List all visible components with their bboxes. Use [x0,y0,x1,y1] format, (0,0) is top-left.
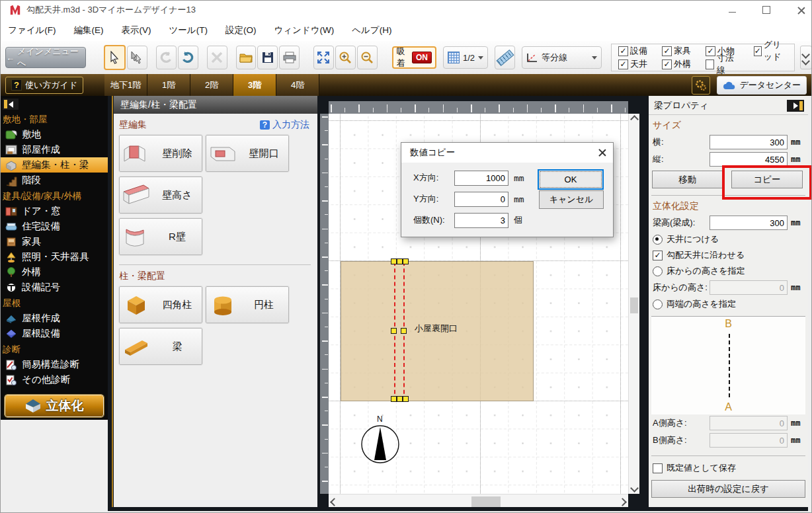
length-input[interactable] [710,152,788,167]
width-input[interactable] [710,135,788,149]
zoom-in-button[interactable] [335,46,356,69]
layer-checkbox-寸法線[interactable]: 寸法線 [706,52,739,76]
main-menu-button[interactable]: ← メインメニューへ [5,47,86,68]
select-tool-button[interactable] [104,45,126,70]
fit-view-button[interactable] [313,46,334,69]
option-勾配天井に沿わせる[interactable]: ✓勾配天井に沿わせる [649,247,808,263]
sidebar-item-住宅設備[interactable]: 住宅設備 [0,219,108,234]
sidebar-item-照明・天井器具[interactable]: 照明・天井器具 [0,249,108,264]
tool-button-四角柱[interactable]: 四角柱 [119,286,202,323]
sidebar-item-家具[interactable]: 家具 [0,234,108,249]
save-default-option[interactable]: 既定値として保存 [649,460,808,476]
toolbar-more-button[interactable] [800,46,812,69]
menu-設定(O)[interactable]: 設定(O) [225,24,257,36]
selection-handle[interactable] [397,258,403,264]
render-3d-button[interactable]: 立体化 [5,395,104,417]
sidebar-item-その他診断[interactable]: その他診断 [0,372,108,387]
dialog-field-input[interactable] [454,171,508,186]
close-button[interactable] [797,6,805,15]
floor-tab-1階[interactable]: 1階 [147,74,190,96]
grid-scale-dropdown[interactable]: 1/2 [443,46,488,69]
ok-button[interactable]: OK [538,169,604,190]
tool-button-壁削除[interactable]: 壁削除 [119,135,202,172]
sidebar-item-簡易構造診断[interactable]: 簡易構造診断 [0,357,108,372]
square-column-icon [120,292,153,318]
floor-bar: ? 使い方ガイド 地下1階1階2階3階4階 データセンター [0,74,812,96]
scroll-down-arrow[interactable] [629,483,640,494]
zoom-out-button[interactable] [357,46,378,69]
menu-ツール(T)[interactable]: ツール(T) [169,24,208,36]
floor-tab-3階[interactable]: 3階 [233,74,276,96]
dialog-field-input[interactable] [454,192,508,207]
data-center-button[interactable]: データセンター [717,76,807,95]
minimize-button[interactable] [729,7,736,13]
beam-height-input[interactable] [710,216,788,230]
sidebar-item-設備記号[interactable]: 設備記号 [0,280,108,295]
floor-tab-4階[interactable]: 4階 [276,74,319,96]
selection-handle[interactable] [391,258,397,264]
panel-expand-button[interactable] [787,100,804,112]
dialog-close-icon[interactable] [597,147,608,158]
vertical-scrollbar[interactable] [628,114,639,494]
layer-checkbox-設備[interactable]: ✓設備 [618,45,647,57]
redo-button[interactable] [178,46,198,69]
selection-handle[interactable] [397,396,403,402]
selection-handle[interactable] [401,328,407,334]
tool-button-梁[interactable]: 梁 [119,328,202,365]
selection-handle[interactable] [403,258,409,264]
reset-defaults-button[interactable]: 出荷時の設定に戻す [651,480,805,498]
save-button[interactable] [257,46,278,69]
layer-checkbox-天井[interactable]: ✓天井 [618,58,647,70]
sidebar-item-屋根作成[interactable]: 屋根作成 [0,311,108,326]
open-file-button[interactable] [236,46,257,69]
undo-button[interactable] [156,46,177,69]
floor-tab-地下1階[interactable]: 地下1階 [104,74,147,96]
menu-ウィンドウ(W)[interactable]: ウィンドウ(W) [274,24,334,36]
usage-guide-button[interactable]: ? 使い方ガイド [5,77,83,94]
maximize-button[interactable] [762,6,770,14]
selection-handle[interactable] [391,328,397,334]
horizontal-scrollbar[interactable] [329,494,628,508]
tool-button-R壁[interactable]: R壁 [119,218,202,255]
sidebar-item-外構[interactable]: 外構 [0,264,108,280]
north-compass: N [360,413,400,466]
horizontal-scroll-thumb[interactable] [471,496,501,507]
delete-button[interactable] [207,46,227,69]
layer-checkbox-グリッド[interactable]: ✓グリッド [754,39,788,63]
bisector-dropdown[interactable]: 等分線 [522,46,602,69]
scroll-up-arrow[interactable] [629,114,640,125]
sidebar-item-屋根設備[interactable]: 屋根設備 [0,326,108,341]
print-button[interactable] [279,46,300,69]
tool-button-壁開口[interactable]: 壁開口 [206,135,289,172]
sidebar-item-敷地[interactable]: 敷地 [0,127,108,142]
cancel-button[interactable]: キャンセル [539,190,604,209]
vertical-scroll-thumb[interactable] [630,297,638,313]
selection-handle[interactable] [391,396,397,402]
menu-ファイル(F)[interactable]: ファイル(F) [8,24,56,36]
snap-toggle-button[interactable]: 吸着 ON [392,46,436,69]
menu-ヘルプ(H)[interactable]: ヘルプ(H) [352,24,391,36]
option-両端の高さを指定[interactable]: 両端の高さを指定 [649,296,808,312]
layer-checkbox-家具[interactable]: ✓家具 [662,45,691,57]
layer-checkbox-外構[interactable]: ✓外構 [662,58,691,70]
option-床からの高さを指定[interactable]: 床からの高さを指定 [649,263,808,279]
sidebar-collapse-button[interactable] [3,99,19,110]
menu-表示(V)[interactable]: 表示(V) [122,24,151,36]
move-button[interactable]: 移動 [652,171,723,188]
input-method-link[interactable]: ?入力方法 [260,119,309,131]
selection-handle[interactable] [403,396,409,402]
tool-button-壁高さ[interactable]: 壁高さ [119,177,202,214]
sidebar-item-部屋作成[interactable]: 部屋作成 [0,142,108,157]
sidebar-item-ドア・窓[interactable]: ドア・窓 [0,204,108,219]
sidebar-item-階段[interactable]: 階段 [0,173,108,188]
menu-編集(E)[interactable]: 編集(E) [74,24,104,36]
settings-gear-button[interactable] [692,76,710,95]
sidebar-item-壁編集・柱・梁[interactable]: 壁編集・柱・梁 [0,157,108,173]
dialog-titlebar[interactable]: 数値コピー [401,143,613,163]
floor-tab-2階[interactable]: 2階 [190,74,233,96]
dialog-field-input[interactable] [454,213,508,228]
multi-select-tool-button[interactable] [127,46,147,69]
option-天井につける[interactable]: 天井につける [649,231,808,247]
tool-button-円柱[interactable]: 円柱 [206,286,289,323]
measure-tool-button[interactable] [495,46,515,69]
